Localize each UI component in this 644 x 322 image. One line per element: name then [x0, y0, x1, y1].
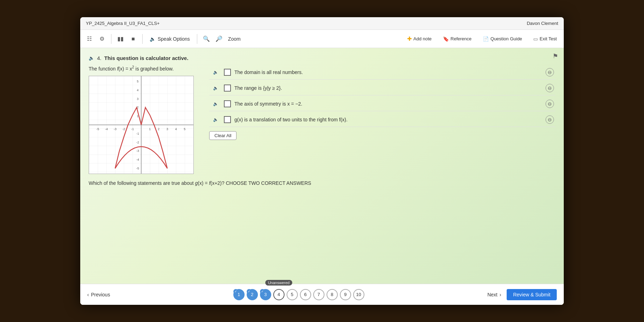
question-text: The function f(x) = x2 is graphed below.	[89, 65, 201, 72]
answer-text-d: g(x) is a translation of two units to th…	[234, 117, 542, 122]
svg-text:2: 2	[158, 127, 159, 131]
page-num-7[interactable]: 7	[313, 289, 324, 300]
user-name: Davon Clement	[527, 21, 558, 26]
stop-icon[interactable]: ■	[128, 34, 138, 44]
svg-text:5: 5	[137, 80, 139, 83]
page-num-1[interactable]: 1	[233, 289, 245, 300]
review-submit-button[interactable]: Review & Submit	[507, 289, 557, 300]
main-content: ⚑ 🔈 4. This question is calculator activ…	[80, 48, 564, 305]
page-6-label: 6	[304, 292, 307, 297]
page-num-5[interactable]: 5	[287, 289, 298, 300]
speak-answer-b[interactable]: 🔈	[211, 85, 220, 92]
eliminate-d[interactable]: ⊖	[546, 115, 554, 124]
exit-test-button[interactable]: ▭ Exit Test	[530, 35, 560, 43]
toolbar-left: ☷ ⚙ ▮▮ ■ 🔈 Speak Options 🔍 🔎 Zoom	[84, 34, 402, 44]
page-num-9[interactable]: 9	[340, 289, 351, 300]
page-num-8[interactable]: 8	[327, 289, 338, 300]
add-note-button[interactable]: ✚ Add note	[404, 34, 434, 43]
question-guide-button[interactable]: 📄 Question Guide	[480, 35, 525, 43]
speak-options-button[interactable]: 🔈 Speak Options	[147, 35, 193, 43]
previous-button[interactable]: ‹ Previous	[87, 292, 110, 297]
answer-row-c: 🔈 The axis of symmetry is x = −2. ⊖	[209, 97, 555, 111]
checkbox-d[interactable]	[224, 116, 231, 123]
top-bar: YP_2425_Algebra II_U3_FA1_CLS+ Davon Cle…	[80, 17, 564, 30]
page-num-4[interactable]: Unanswered 4	[273, 289, 285, 300]
page-num-10[interactable]: 10	[353, 289, 364, 300]
toolbar: ☷ ⚙ ▮▮ ■ 🔈 Speak Options 🔍 🔎 Zoom ✚ Add …	[80, 30, 564, 48]
speak-answer-d[interactable]: 🔈	[211, 116, 220, 123]
question-body: The function f(x) = x2 is graphed below.	[89, 65, 555, 174]
question-title: This question is calculator active.	[104, 55, 189, 61]
next-button[interactable]: Next ›	[487, 292, 501, 297]
speak-answer-a[interactable]: 🔈	[211, 69, 220, 76]
page-1-label: 1	[238, 292, 240, 297]
zoom-out-icon[interactable]: 🔍	[201, 34, 211, 44]
eliminate-c[interactable]: ⊖	[546, 100, 554, 108]
speak-question-icon[interactable]: 🔈	[89, 55, 94, 61]
speak-answer-c[interactable]: 🔈	[211, 100, 220, 107]
svg-text:-5: -5	[96, 127, 99, 131]
page-7-label: 7	[317, 292, 320, 297]
answer-choices: 🔈 The domain is all real numbers. ⊖ 🔈 Th…	[209, 65, 555, 174]
page-3-label: 3	[264, 292, 267, 297]
page-numbers: 1 2 3 Unanswered 4 5 6 7 8	[233, 289, 364, 300]
graph-container: -5 -4 -3 -2 -1 1 2 3 4 5 5 4	[89, 76, 194, 174]
table-icon[interactable]: ☷	[84, 34, 94, 44]
flag-icon[interactable]: ⚑	[553, 52, 558, 60]
previous-label: Previous	[91, 292, 110, 297]
content-area: ⚑ 🔈 4. This question is calculator activ…	[80, 48, 564, 284]
svg-text:4: 4	[175, 127, 177, 131]
svg-text:4: 4	[137, 88, 139, 92]
answer-row-d: 🔈 g(x) is a translation of two units to …	[209, 113, 555, 127]
svg-text:-5: -5	[136, 167, 139, 170]
svg-text:-4: -4	[105, 127, 108, 131]
checkbox-a[interactable]	[224, 69, 231, 76]
reference-label: Reference	[451, 36, 472, 41]
svg-text:-3: -3	[136, 149, 139, 153]
speak-options-label: Speak Options	[158, 36, 190, 42]
page-4-label: 4	[278, 292, 280, 297]
answer-text-c: The axis of symmetry is x = −2.	[234, 101, 542, 107]
svg-text:-1: -1	[136, 132, 139, 135]
svg-text:-1: -1	[131, 127, 134, 131]
eliminate-a[interactable]: ⊖	[546, 68, 554, 76]
page-8-label: 8	[331, 292, 333, 297]
answer-row-b: 🔈 The range is {y|y ≥ 2}. ⊖	[209, 81, 555, 95]
page-title: YP_2425_Algebra II_U3_FA1_CLS+	[86, 21, 160, 26]
bottom-nav: ‹ Previous 1 2 3 Unanswered	[80, 284, 564, 305]
checkbox-c[interactable]	[224, 100, 231, 107]
page-2-label: 2	[251, 292, 253, 297]
page-num-2[interactable]: 2	[247, 289, 258, 300]
unanswered-bubble: Unanswered	[265, 280, 293, 286]
page-num-3[interactable]: 3	[260, 289, 271, 300]
eliminate-b[interactable]: ⊖	[546, 84, 554, 92]
svg-text:-4: -4	[136, 158, 139, 161]
page-num-6[interactable]: 6	[300, 289, 311, 300]
clear-all-button[interactable]: Clear All	[209, 131, 237, 140]
question-guide-icon: 📄	[483, 36, 489, 42]
add-note-label: Add note	[413, 36, 432, 41]
page-10-label: 10	[356, 292, 361, 297]
divider-1	[111, 34, 111, 44]
svg-text:1: 1	[149, 127, 151, 131]
question-header: 🔈 4. This question is calculator active.	[89, 55, 555, 61]
settings-icon[interactable]: ⚙	[97, 34, 107, 44]
zoom-in-icon[interactable]: 🔎	[214, 34, 224, 44]
question-guide-label: Question Guide	[491, 36, 522, 41]
zoom-label: Zoom	[228, 36, 241, 42]
checkbox-b[interactable]	[224, 85, 231, 92]
answer-text-a: The domain is all real numbers.	[234, 69, 542, 75]
divider-2	[142, 34, 143, 44]
pause-icon[interactable]: ▮▮	[116, 34, 125, 44]
next-arrow-icon: ›	[500, 292, 501, 297]
reference-button[interactable]: 🔖 Reference	[440, 35, 474, 43]
exit-icon: ▭	[533, 36, 538, 42]
page-9-label: 9	[344, 292, 347, 297]
graph-svg: -5 -4 -3 -2 -1 1 2 3 4 5 5 4	[89, 76, 193, 174]
speaker-icon: 🔈	[150, 36, 156, 42]
next-label: Next	[487, 292, 498, 297]
svg-text:-2: -2	[136, 140, 139, 144]
svg-text:3: 3	[137, 97, 139, 100]
answer-row-a: 🔈 The domain is all real numbers. ⊖	[209, 65, 555, 80]
previous-arrow-icon: ‹	[87, 292, 89, 297]
